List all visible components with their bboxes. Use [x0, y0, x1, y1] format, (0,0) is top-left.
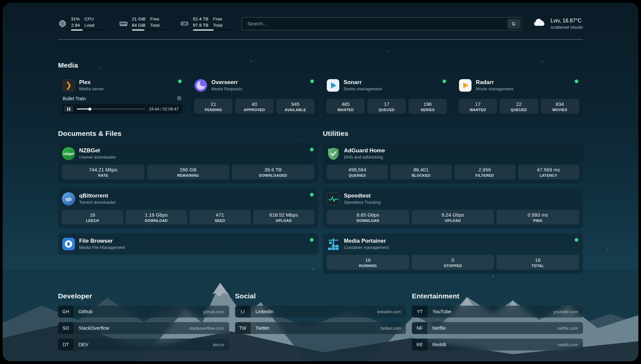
status-online-dot: [178, 79, 182, 83]
radarr-icon: [459, 79, 472, 92]
weather-condition: scattered clouds: [551, 25, 583, 30]
stat-label: BLOCKED: [392, 173, 450, 177]
stat-label: QUERIES: [328, 173, 386, 177]
search-input[interactable]: [242, 17, 522, 30]
bookmark-url: netflix.com: [558, 326, 578, 331]
stat-box: 16LEECH: [62, 210, 123, 225]
pause-button[interactable]: [64, 106, 73, 112]
stat-value: 196: [410, 101, 445, 107]
utilities-section-title: Utilities: [323, 130, 583, 137]
bookmark-link[interactable]: SOStackOverflowstackoverflow.com: [58, 322, 229, 334]
service-name: AdGuard Home: [344, 148, 385, 154]
bookmark-link[interactable]: DTDEVdev.to: [58, 339, 229, 350]
bookmark-name: Twitter: [256, 325, 381, 331]
service-card-nzbget[interactable]: nzbget NZBGet Usenet downloader 744.21 M…: [58, 143, 318, 183]
bookmark-group-developer: Developer GHGithubgithub.comSOStackOverf…: [58, 292, 229, 350]
service-card-radarr[interactable]: Radarr Movie management 17WANTED22QUEUED…: [455, 75, 583, 118]
stat-value: 9.24 Gbps: [413, 212, 493, 218]
speedtest-icon: [327, 192, 340, 205]
stat-box: 945AVAILABLE: [276, 99, 315, 114]
stat-value: 86,401: [392, 167, 450, 173]
stat-box: 21PENDING: [194, 99, 232, 114]
stat-label: PING: [498, 219, 578, 223]
weather-widget: Lviv, 16.87°C scattered clouds: [532, 18, 583, 30]
cpu-progress-fill: [71, 29, 83, 31]
stat-box: 1.19 GbpsDOWNLOAD: [126, 210, 187, 225]
stat-value: 1.19 Gbps: [127, 212, 185, 218]
bookmark-name: YouTube: [432, 309, 553, 314]
stat-value: 40: [236, 101, 272, 107]
bookmark-link[interactable]: RERedditreddit.com: [412, 339, 583, 350]
bookmark-abbr: LI: [235, 306, 251, 318]
stat-value: 17: [369, 101, 404, 107]
bookmark-link[interactable]: LILinkedInlinkedin.com: [235, 306, 406, 318]
playback-time: 24:44 / 02:06:47: [149, 107, 179, 111]
stat-value: 21: [196, 101, 231, 107]
memory-total-value: 64 GiB: [132, 23, 145, 28]
status-online-dot: [310, 79, 314, 83]
dashboard-screen: 31% 2.94 CPU Load: [3, 3, 638, 361]
overseerr-icon: [194, 79, 207, 92]
section-media: Media ❯ Plex Media server Bullet Train ⚙: [58, 61, 583, 118]
service-stats: 16RUNNING0STOPPED16TOTAL: [327, 251, 579, 270]
service-card-plex[interactable]: ❯ Plex Media server Bullet Train ⚙: [58, 75, 186, 118]
stat-label: RATE: [63, 173, 143, 177]
service-card-sonarr[interactable]: Sonarr Series management 485WANTED17QUEU…: [322, 75, 451, 118]
status-online-dot: [310, 238, 314, 242]
bookmark-url: youtube.com: [554, 309, 578, 314]
disk-free-label: Free: [213, 16, 223, 22]
stat-label: PENDING: [196, 108, 231, 112]
service-card-overseerr[interactable]: Overseerr Media Requests 21PENDING40APPR…: [190, 75, 319, 118]
stat-label: UPLOAD: [255, 219, 313, 223]
stat-label: STOPPED: [413, 264, 493, 268]
service-card-qbittorrent[interactable]: qb qBittorrent Torrent downloader 16LEEC…: [58, 188, 318, 228]
service-card-adguard[interactable]: AdGuard Home DNS and adblocking 498,564Q…: [323, 143, 583, 183]
stat-box: 22QUEUED: [500, 99, 538, 114]
nzbget-icon: nzbget: [62, 147, 75, 160]
bookmark-abbr: RE: [412, 339, 427, 350]
service-card-portainer[interactable]: Media Portainer Container management 16R…: [323, 233, 583, 274]
adguard-icon: [327, 147, 340, 160]
bookmark-abbr: TW: [235, 322, 251, 334]
stat-box: 47.569 msLATENCY: [518, 165, 579, 179]
playback-progress-track[interactable]: [77, 108, 145, 109]
playback-progress-handle[interactable]: [88, 107, 91, 110]
cpu-icon: [58, 19, 67, 28]
disk-total-value: 97.9 TB: [193, 23, 208, 28]
service-card-speedtest[interactable]: Speedtest Speedtest Tracking 9.65 GbpsDO…: [323, 188, 583, 228]
bookmark-abbr: SO: [58, 322, 74, 334]
cpu-load-label: Load: [84, 23, 94, 28]
service-stats: 16LEECH1.19 GbpsDOWNLOAD471SEED618.52 Mb…: [62, 205, 314, 225]
stat-label: UPLOAD: [413, 219, 493, 223]
service-desc: Movie management: [476, 86, 513, 91]
bookmark-link[interactable]: YTYouTubeyoutube.com: [412, 306, 583, 318]
bookmark-link[interactable]: NFNetflixnetflix.com: [412, 322, 583, 334]
status-online-dot: [310, 148, 314, 151]
bookmark-name: Netflix: [432, 325, 558, 331]
topbar-divider: [58, 39, 583, 40]
service-name: Plex: [79, 79, 104, 86]
search-provider-button[interactable]: G: [507, 19, 520, 29]
memory-progress-track: [132, 29, 170, 31]
service-name: File Browser: [79, 238, 125, 244]
stat-label: SEED: [191, 219, 249, 223]
gear-icon[interactable]: ⚙: [177, 96, 182, 101]
bookmark-url: stackoverflow.com: [189, 326, 224, 331]
bookmark-link[interactable]: GHGithubgithub.com: [58, 306, 229, 318]
status-online-dot: [443, 79, 446, 83]
service-name: NZBGet: [79, 148, 116, 154]
bookmark-name: Reddit: [432, 342, 558, 347]
service-card-filebrowser[interactable]: File Browser Media File Management: [58, 233, 318, 255]
stat-box: 485WANTED: [326, 99, 365, 114]
disk-free-value: 52.4 TB: [193, 16, 208, 22]
stat-value: 266 GB: [148, 167, 228, 173]
stat-label: SERIES: [410, 108, 445, 112]
cpu-widget: 31% 2.94 CPU Load: [58, 16, 109, 31]
stat-box: 17WANTED: [459, 99, 497, 114]
disk-total-label: Total: [213, 23, 223, 28]
filebrowser-icon: [62, 237, 75, 251]
bookmark-url: linkedin.com: [377, 309, 401, 314]
stat-label: QUEUED: [369, 108, 404, 112]
bookmark-link[interactable]: TWTwittertwitter.com: [235, 322, 406, 334]
cpu-usage-value: 31%: [71, 16, 80, 22]
